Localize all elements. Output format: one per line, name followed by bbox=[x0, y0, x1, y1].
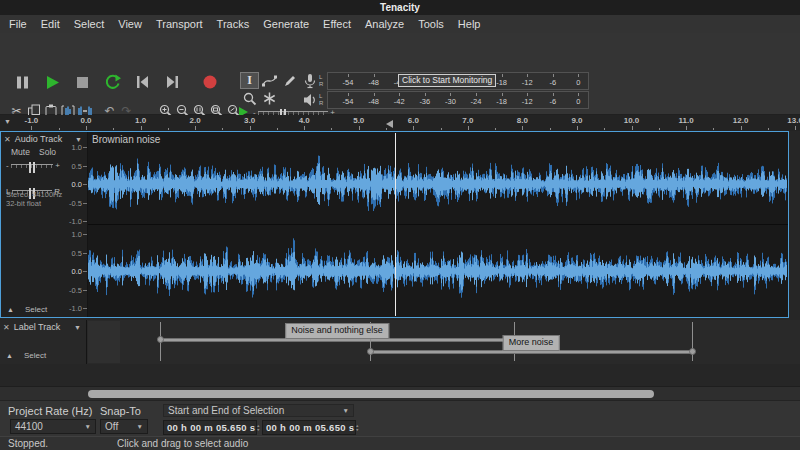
timeline-major-tick bbox=[632, 126, 633, 130]
spinner-icon[interactable]: ▴▾ bbox=[257, 424, 259, 432]
collapse-track-icon[interactable]: ▲ bbox=[6, 352, 13, 359]
horizontal-scrollbar[interactable] bbox=[0, 386, 800, 400]
timeline-major-tick bbox=[522, 126, 523, 130]
monitor-hint[interactable]: Click to Start Monitoring bbox=[398, 74, 496, 87]
menu-generate[interactable]: Generate bbox=[256, 15, 316, 33]
multi-tool-button[interactable] bbox=[260, 90, 279, 107]
label-track-select-button[interactable]: Select bbox=[24, 351, 46, 360]
label-track-ruler-gap bbox=[88, 321, 120, 363]
selection-tool-button[interactable]: I bbox=[240, 72, 259, 89]
spinner-icon[interactable]: ▴▾ bbox=[356, 424, 358, 432]
chevron-down-icon: ▼ bbox=[137, 423, 143, 430]
label-flag[interactable]: Noise and nothing else bbox=[285, 323, 389, 339]
meter-tick-label: 0 bbox=[567, 97, 589, 106]
recording-meter[interactable]: LR Click to Start Monitoring -54-48-42-3… bbox=[303, 72, 589, 90]
record-meter-strip[interactable]: Click to Start Monitoring -54-48-42-36-3… bbox=[327, 72, 589, 90]
selection-toolbar: Project Rate (Hz) 44100▼ Snap-To Off▼ St… bbox=[0, 400, 800, 436]
speaker-icon bbox=[303, 92, 317, 108]
playback-meter[interactable]: LR -54-48-42-36-30-24-18-12-60 bbox=[303, 91, 589, 109]
timeline-major-tick bbox=[686, 126, 687, 130]
skip-to-start-icon bbox=[135, 75, 150, 89]
label-flag[interactable]: More noise bbox=[503, 335, 560, 351]
record-meter-channel-labels: LR bbox=[319, 74, 327, 88]
selection-mode-select[interactable]: Start and End of Selection▼ bbox=[163, 404, 354, 417]
timeline-ruler[interactable]: ▼ -1.00.01.02.03.04.05.06.07.08.09.010.0… bbox=[0, 115, 800, 131]
playhead-marker[interactable] bbox=[386, 120, 393, 128]
menu-help[interactable]: Help bbox=[451, 15, 488, 33]
record-button[interactable] bbox=[198, 70, 222, 94]
menu-tracks[interactable]: Tracks bbox=[210, 15, 257, 33]
envelope-tool-icon bbox=[262, 74, 277, 88]
amplitude-ruler-label: -0.5 bbox=[1, 199, 82, 208]
draw-tool-button[interactable] bbox=[280, 72, 299, 89]
titlebar[interactable]: Tenacity bbox=[0, 0, 800, 15]
meter-tick bbox=[553, 74, 554, 77]
skip-to-end-button[interactable] bbox=[160, 70, 184, 94]
amplitude-ruler-label: -0.5 bbox=[1, 286, 82, 295]
label-track-title[interactable]: Label Track bbox=[14, 322, 61, 332]
play-button[interactable] bbox=[40, 70, 64, 94]
timeline-major-tick bbox=[741, 126, 742, 130]
amplitude-ruler-label: 0.5 bbox=[1, 249, 82, 258]
timeline-tick-label: 11.0 bbox=[673, 116, 699, 125]
timeline-minor-tick bbox=[768, 128, 769, 130]
waveform-canvas[interactable] bbox=[88, 134, 787, 316]
label-handle[interactable] bbox=[689, 348, 696, 355]
timeline-major-tick bbox=[413, 126, 414, 130]
envelope-tool-button[interactable] bbox=[260, 72, 279, 89]
label-handle[interactable] bbox=[157, 336, 164, 343]
timeline-tick-label: 7.0 bbox=[455, 116, 481, 125]
menu-analyze[interactable]: Analyze bbox=[358, 15, 411, 33]
label-track-content[interactable]: Noise and nothing elseMore noise bbox=[0, 320, 800, 364]
label-track-panel[interactable]: ✕ Label Track ▼ ▲ Select bbox=[0, 320, 87, 364]
audio-track-panel[interactable]: ✕ Audio Track ▼ Mute Solo - + L R Stereo… bbox=[1, 132, 88, 317]
meter-tick-label: -36 bbox=[414, 97, 436, 106]
selection-start-field[interactable]: 00 h 00 m 05.650 s ▴▾ bbox=[163, 420, 257, 435]
audio-track[interactable]: ✕ Audio Track ▼ Mute Solo - + L R Stereo… bbox=[0, 131, 789, 318]
timeline-minor-tick bbox=[604, 128, 605, 130]
timeline-tick-label: 9.0 bbox=[564, 116, 590, 125]
pause-button[interactable] bbox=[10, 70, 34, 94]
stop-icon bbox=[75, 75, 90, 90]
track-menu-icon[interactable]: ▼ bbox=[75, 136, 82, 143]
timeline-tick-label: 4.0 bbox=[291, 116, 317, 125]
meter-tick bbox=[553, 93, 554, 96]
playback-meter-channel-labels: LR bbox=[319, 93, 327, 107]
selection-end-field[interactable]: 00 h 00 m 05.650 s ▴▾ bbox=[262, 420, 356, 435]
menu-file[interactable]: File bbox=[2, 15, 34, 33]
selection-tool-icon: I bbox=[247, 73, 252, 88]
amplitude-ruler-tick bbox=[83, 147, 87, 148]
menu-select[interactable]: Select bbox=[67, 15, 112, 33]
horizontal-scrollbar-thumb[interactable] bbox=[88, 390, 654, 398]
label-boundary-stalk[interactable] bbox=[692, 322, 693, 361]
label-track[interactable]: Noise and nothing elseMore noise ✕ Label… bbox=[0, 320, 800, 364]
project-rate-select[interactable]: 44100▼ bbox=[10, 419, 96, 434]
menu-edit[interactable]: Edit bbox=[34, 15, 67, 33]
channel-separator bbox=[88, 224, 788, 225]
playback-meter-strip[interactable]: -54-48-42-36-30-24-18-12-60 bbox=[327, 91, 589, 109]
timeline-options-icon[interactable]: ▼ bbox=[4, 118, 11, 125]
amplitude-ruler-tick bbox=[83, 203, 87, 204]
meter-tick bbox=[348, 74, 349, 77]
menu-view[interactable]: View bbox=[111, 15, 149, 33]
zoom-tool-icon bbox=[243, 92, 257, 106]
timeline-minor-tick bbox=[386, 128, 387, 130]
stop-button[interactable] bbox=[70, 70, 94, 94]
timeline-major-tick bbox=[468, 126, 469, 130]
snap-to-select[interactable]: Off▼ bbox=[100, 419, 148, 434]
amplitude-ruler-label: 1.0 bbox=[1, 143, 82, 152]
menu-transport[interactable]: Transport bbox=[149, 15, 210, 33]
zoom-tool-button[interactable] bbox=[240, 90, 259, 107]
skip-to-start-button[interactable] bbox=[130, 70, 154, 94]
loop-button[interactable] bbox=[100, 70, 124, 94]
timeline-major-tick bbox=[304, 126, 305, 130]
menu-tools[interactable]: Tools bbox=[411, 15, 451, 33]
track-menu-icon[interactable]: ▼ bbox=[74, 324, 81, 331]
timeline-major-tick bbox=[86, 126, 87, 130]
microphone-icon bbox=[303, 73, 317, 89]
close-track-icon[interactable]: ✕ bbox=[3, 323, 10, 332]
meter-tick-label: 0 bbox=[567, 78, 589, 87]
label-handle[interactable] bbox=[367, 348, 374, 355]
multi-tool-icon bbox=[263, 92, 276, 105]
menu-effect[interactable]: Effect bbox=[316, 15, 358, 33]
